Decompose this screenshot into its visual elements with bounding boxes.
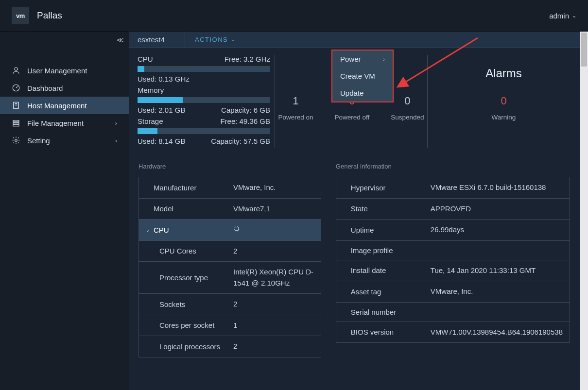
sidebar-item-dashboard[interactable]: Dashboard (0, 79, 129, 97)
actions-label: ACTIONS (195, 36, 228, 43)
content-titlebar: esxtest4 ACTIONS ⌄ (129, 32, 580, 48)
cpu-row-label: CPU (154, 226, 169, 234)
summary-stats: VMs 1 Powered on 0 Powered off 0 (275, 55, 580, 148)
sidebar-item-file-management[interactable]: File Management › (0, 114, 129, 132)
gen-hypervisor-key: Hypervisor (336, 179, 424, 197)
gen-asset-key: Asset tag (336, 283, 424, 301)
vm-powered-off-label: Powered off (334, 111, 369, 124)
table-row: Image profile (336, 241, 570, 260)
gen-image-key: Image profile (336, 241, 424, 259)
gen-uptime-key: Uptime (336, 221, 424, 239)
actions-button[interactable]: ACTIONS ⌄ (185, 32, 245, 48)
table-row: Hypervisor VMware ESXi 6.7.0 build-15160… (336, 177, 570, 199)
sidebar-item-user-management[interactable]: User Management (0, 62, 129, 79)
cpu-expand-row[interactable]: ⌄ CPU (139, 220, 321, 241)
hardware-table: Manufacturer VMware, Inc. Model VMware7,… (138, 177, 321, 357)
cpu-label: CPU (138, 55, 153, 63)
alarms-col: Alarms 0 Warning (428, 55, 580, 148)
alarm-warning-label: Warning (428, 111, 580, 124)
svg-rect-5 (13, 120, 19, 122)
user-menu[interactable]: admin ⌄ (549, 12, 576, 20)
resource-stats: CPU Free: 3.2 GHz Used: 0.13 GHz Memory (129, 55, 275, 148)
svg-rect-9 (235, 227, 239, 231)
app-title: Pallas (37, 10, 62, 21)
table-row: Sockets 2 (139, 294, 321, 315)
sidebar-item-label: File Management (27, 119, 84, 127)
cpu-free: Free: 3.2 GHz (225, 55, 270, 66)
table-row: Serial number (336, 303, 570, 322)
cpu-cores-key: CPU Cores (139, 242, 226, 260)
host-icon (12, 101, 20, 110)
scrollbar-thumb[interactable] (581, 33, 587, 67)
cpu-cps-key: Cores per socket (139, 316, 226, 334)
menu-item-label: Power (340, 55, 361, 63)
sidebar-item-label: Dashboard (27, 84, 63, 92)
vm-suspended-label: Suspended (391, 111, 424, 124)
chevron-down-icon: ⌄ (572, 13, 576, 19)
table-row: Processor type Intel(R) Xeon(R) CPU D-15… (139, 262, 321, 294)
info-row: Hardware Manufacturer VMware, Inc. Model… (129, 153, 580, 357)
table-row: Asset tag VMware, Inc. (336, 281, 570, 303)
svg-rect-6 (13, 122, 19, 124)
actions-menu-create-vm[interactable]: Create VM (332, 68, 393, 85)
gen-state-key: State (336, 200, 424, 218)
gen-bios-key: BIOS version (336, 323, 424, 341)
gen-hypervisor-val: VMware ESXi 6.7.0 build-15160138 (424, 177, 570, 198)
sidebar-item-label: User Management (27, 67, 87, 75)
sidebar-item-label: Setting (27, 136, 50, 145)
hw-manufacturer-key: Manufacturer (139, 179, 226, 197)
actions-menu-update[interactable]: Update (332, 85, 393, 102)
chevron-right-icon: › (115, 137, 117, 144)
memory-stat: Memory Used: 2.01 GB Capacity: 6 GB (138, 86, 266, 114)
vm-suspended: 0 Suspended (391, 95, 424, 124)
logo-text: vm (16, 12, 25, 19)
table-row: Uptime 26.99days (336, 220, 570, 241)
table-row: BIOS version VMW71.00V.13989454.B64.1906… (336, 322, 570, 343)
chevron-down-icon: ⌄ (231, 37, 236, 42)
scrollbar[interactable] (580, 32, 588, 390)
sidebar-item-setting[interactable]: Setting › (0, 132, 129, 149)
hw-model-val: VMware7,1 (226, 199, 321, 220)
cpu-cores-val: 2 (226, 241, 321, 262)
hw-model-key: Model (139, 200, 226, 218)
table-row: Cores per socket 1 (139, 315, 321, 337)
nav: User Management Dashboard Host Managemen… (0, 48, 129, 149)
memory-used: Used: 2.01 GB (138, 106, 185, 114)
hw-manufacturer-val: VMware, Inc. (226, 177, 321, 198)
sidebar-collapse[interactable]: ≪ (0, 32, 129, 48)
alarms-title: Alarms (428, 67, 580, 80)
table-row: Logical processors 2 (139, 336, 321, 357)
vm-suspended-value: 0 (391, 95, 424, 107)
table-row: Install date Tue, 14 Jan 2020 11:33:13 G… (336, 260, 570, 282)
cpu-cps-val: 1 (226, 315, 321, 336)
table-row: Manufacturer VMware, Inc. (139, 177, 321, 199)
vm-logo: vm (12, 7, 29, 24)
gen-state-val: APPROVED (424, 199, 570, 220)
host-name: esxtest4 (129, 32, 185, 48)
memory-capacity: Capacity: 6 GB (221, 106, 270, 114)
dashboard-icon (12, 84, 20, 92)
gen-install-val: Tue, 14 Jan 2020 11:33:13 GMT (424, 260, 570, 281)
sidebar-item-host-management[interactable]: Host Management (0, 97, 129, 114)
sidebar-item-label: Host Management (27, 102, 87, 110)
gen-uptime-val: 26.99days (424, 220, 570, 240)
user-name: admin (549, 12, 569, 20)
user-icon (12, 66, 20, 75)
cpu-proc-key: Processor type (139, 269, 226, 287)
table-row: State APPROVED (336, 199, 570, 220)
storage-label: Storage (138, 117, 163, 125)
cpu-used: Used: 0.13 GHz (138, 75, 190, 83)
chevron-right-icon: › (383, 56, 385, 62)
cpu-logical-val: 2 (226, 336, 321, 357)
actions-menu-power[interactable]: Power › (332, 51, 393, 68)
table-row: CPU Cores 2 (139, 241, 321, 262)
storage-stat: Storage Free: 49.36 GB Used: 8.14 GB Cap… (138, 117, 266, 145)
cpu-icon (233, 225, 240, 234)
gen-serial-val (424, 307, 570, 317)
storage-bar (138, 128, 270, 134)
collapse-icon: ≪ (117, 36, 122, 44)
svg-point-0 (15, 68, 17, 70)
gear-icon (12, 136, 20, 145)
memory-bar (138, 97, 270, 103)
svg-rect-7 (13, 125, 19, 126)
